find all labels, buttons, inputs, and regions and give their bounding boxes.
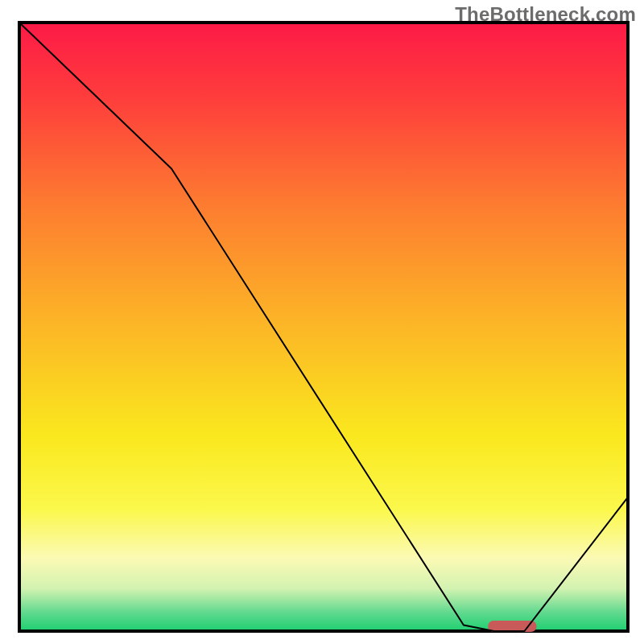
bottleneck-chart <box>0 0 644 644</box>
plot-background <box>19 23 628 631</box>
bottleneck-marker <box>488 621 536 632</box>
chart-container: TheBottleneck.com <box>0 0 644 644</box>
watermark-text: TheBottleneck.com <box>455 3 636 26</box>
